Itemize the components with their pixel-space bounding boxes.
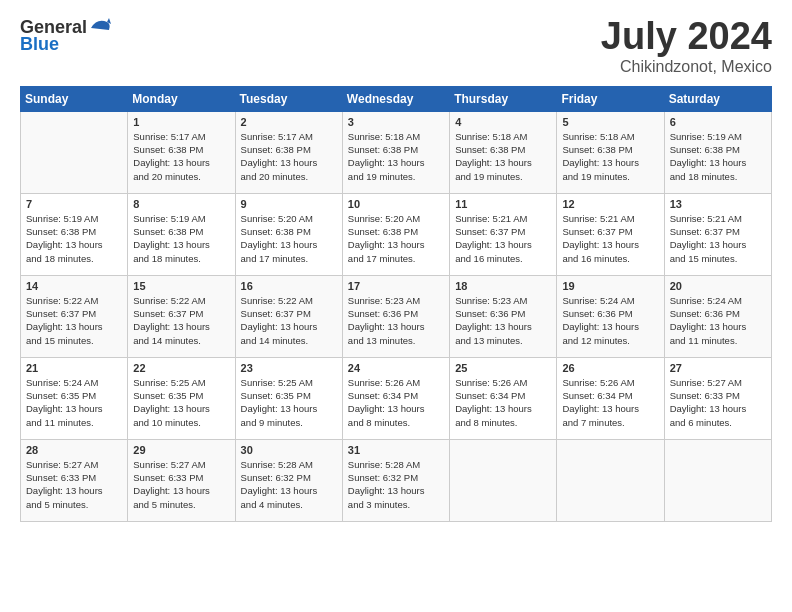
day-info: Sunrise: 5:25 AMSunset: 6:35 PMDaylight:…	[133, 376, 229, 429]
title-block: July 2024 Chikindzonot, Mexico	[601, 16, 772, 76]
day-number: 7	[26, 198, 122, 210]
table-row: 26Sunrise: 5:26 AMSunset: 6:34 PMDayligh…	[557, 357, 664, 439]
day-number: 16	[241, 280, 337, 292]
week-row-1: 1Sunrise: 5:17 AMSunset: 6:38 PMDaylight…	[21, 111, 772, 193]
table-row	[557, 439, 664, 521]
day-info: Sunrise: 5:19 AMSunset: 6:38 PMDaylight:…	[133, 212, 229, 265]
day-number: 12	[562, 198, 658, 210]
day-info: Sunrise: 5:20 AMSunset: 6:38 PMDaylight:…	[348, 212, 444, 265]
day-number: 13	[670, 198, 766, 210]
day-info: Sunrise: 5:26 AMSunset: 6:34 PMDaylight:…	[455, 376, 551, 429]
day-number: 9	[241, 198, 337, 210]
weekday-header-tuesday: Tuesday	[235, 86, 342, 111]
table-row: 9Sunrise: 5:20 AMSunset: 6:38 PMDaylight…	[235, 193, 342, 275]
day-number: 20	[670, 280, 766, 292]
day-info: Sunrise: 5:28 AMSunset: 6:32 PMDaylight:…	[348, 458, 444, 511]
page: General Blue July 2024 Chikindzonot, Mex…	[0, 0, 792, 612]
day-number: 10	[348, 198, 444, 210]
table-row: 23Sunrise: 5:25 AMSunset: 6:35 PMDayligh…	[235, 357, 342, 439]
table-row: 11Sunrise: 5:21 AMSunset: 6:37 PMDayligh…	[450, 193, 557, 275]
weekday-header-monday: Monday	[128, 86, 235, 111]
table-row: 5Sunrise: 5:18 AMSunset: 6:38 PMDaylight…	[557, 111, 664, 193]
day-info: Sunrise: 5:21 AMSunset: 6:37 PMDaylight:…	[562, 212, 658, 265]
day-number: 19	[562, 280, 658, 292]
day-info: Sunrise: 5:27 AMSunset: 6:33 PMDaylight:…	[26, 458, 122, 511]
table-row: 30Sunrise: 5:28 AMSunset: 6:32 PMDayligh…	[235, 439, 342, 521]
day-number: 31	[348, 444, 444, 456]
table-row: 7Sunrise: 5:19 AMSunset: 6:38 PMDaylight…	[21, 193, 128, 275]
day-number: 11	[455, 198, 551, 210]
day-info: Sunrise: 5:17 AMSunset: 6:38 PMDaylight:…	[133, 130, 229, 183]
table-row: 17Sunrise: 5:23 AMSunset: 6:36 PMDayligh…	[342, 275, 449, 357]
day-number: 29	[133, 444, 229, 456]
day-info: Sunrise: 5:22 AMSunset: 6:37 PMDaylight:…	[241, 294, 337, 347]
table-row	[21, 111, 128, 193]
week-row-2: 7Sunrise: 5:19 AMSunset: 6:38 PMDaylight…	[21, 193, 772, 275]
weekday-header-thursday: Thursday	[450, 86, 557, 111]
table-row: 22Sunrise: 5:25 AMSunset: 6:35 PMDayligh…	[128, 357, 235, 439]
month-title: July 2024	[601, 16, 772, 58]
day-number: 1	[133, 116, 229, 128]
day-number: 4	[455, 116, 551, 128]
day-number: 5	[562, 116, 658, 128]
logo: General Blue	[20, 16, 111, 55]
day-info: Sunrise: 5:26 AMSunset: 6:34 PMDaylight:…	[348, 376, 444, 429]
day-info: Sunrise: 5:18 AMSunset: 6:38 PMDaylight:…	[562, 130, 658, 183]
weekday-header-friday: Friday	[557, 86, 664, 111]
day-info: Sunrise: 5:24 AMSunset: 6:36 PMDaylight:…	[670, 294, 766, 347]
weekday-header-saturday: Saturday	[664, 86, 771, 111]
weekday-header-row: SundayMondayTuesdayWednesdayThursdayFrid…	[21, 86, 772, 111]
day-info: Sunrise: 5:21 AMSunset: 6:37 PMDaylight:…	[670, 212, 766, 265]
day-number: 6	[670, 116, 766, 128]
day-number: 15	[133, 280, 229, 292]
table-row	[664, 439, 771, 521]
day-info: Sunrise: 5:22 AMSunset: 6:37 PMDaylight:…	[26, 294, 122, 347]
day-number: 2	[241, 116, 337, 128]
location-title: Chikindzonot, Mexico	[601, 58, 772, 76]
header: General Blue July 2024 Chikindzonot, Mex…	[20, 16, 772, 76]
logo-blue: Blue	[20, 34, 59, 55]
table-row: 3Sunrise: 5:18 AMSunset: 6:38 PMDaylight…	[342, 111, 449, 193]
day-info: Sunrise: 5:28 AMSunset: 6:32 PMDaylight:…	[241, 458, 337, 511]
day-info: Sunrise: 5:19 AMSunset: 6:38 PMDaylight:…	[26, 212, 122, 265]
calendar-table: SundayMondayTuesdayWednesdayThursdayFrid…	[20, 86, 772, 522]
table-row: 4Sunrise: 5:18 AMSunset: 6:38 PMDaylight…	[450, 111, 557, 193]
day-info: Sunrise: 5:24 AMSunset: 6:35 PMDaylight:…	[26, 376, 122, 429]
table-row: 24Sunrise: 5:26 AMSunset: 6:34 PMDayligh…	[342, 357, 449, 439]
table-row: 12Sunrise: 5:21 AMSunset: 6:37 PMDayligh…	[557, 193, 664, 275]
table-row: 27Sunrise: 5:27 AMSunset: 6:33 PMDayligh…	[664, 357, 771, 439]
week-row-3: 14Sunrise: 5:22 AMSunset: 6:37 PMDayligh…	[21, 275, 772, 357]
table-row: 21Sunrise: 5:24 AMSunset: 6:35 PMDayligh…	[21, 357, 128, 439]
week-row-4: 21Sunrise: 5:24 AMSunset: 6:35 PMDayligh…	[21, 357, 772, 439]
day-info: Sunrise: 5:23 AMSunset: 6:36 PMDaylight:…	[455, 294, 551, 347]
table-row: 14Sunrise: 5:22 AMSunset: 6:37 PMDayligh…	[21, 275, 128, 357]
day-info: Sunrise: 5:22 AMSunset: 6:37 PMDaylight:…	[133, 294, 229, 347]
day-number: 21	[26, 362, 122, 374]
table-row: 29Sunrise: 5:27 AMSunset: 6:33 PMDayligh…	[128, 439, 235, 521]
weekday-header-sunday: Sunday	[21, 86, 128, 111]
day-number: 22	[133, 362, 229, 374]
table-row: 15Sunrise: 5:22 AMSunset: 6:37 PMDayligh…	[128, 275, 235, 357]
day-info: Sunrise: 5:25 AMSunset: 6:35 PMDaylight:…	[241, 376, 337, 429]
table-row: 2Sunrise: 5:17 AMSunset: 6:38 PMDaylight…	[235, 111, 342, 193]
day-number: 26	[562, 362, 658, 374]
day-info: Sunrise: 5:19 AMSunset: 6:38 PMDaylight:…	[670, 130, 766, 183]
table-row: 19Sunrise: 5:24 AMSunset: 6:36 PMDayligh…	[557, 275, 664, 357]
day-number: 17	[348, 280, 444, 292]
day-info: Sunrise: 5:24 AMSunset: 6:36 PMDaylight:…	[562, 294, 658, 347]
day-number: 18	[455, 280, 551, 292]
day-number: 30	[241, 444, 337, 456]
day-number: 28	[26, 444, 122, 456]
day-info: Sunrise: 5:18 AMSunset: 6:38 PMDaylight:…	[455, 130, 551, 183]
table-row: 28Sunrise: 5:27 AMSunset: 6:33 PMDayligh…	[21, 439, 128, 521]
logo-icon	[89, 16, 111, 38]
day-info: Sunrise: 5:20 AMSunset: 6:38 PMDaylight:…	[241, 212, 337, 265]
day-number: 14	[26, 280, 122, 292]
day-number: 8	[133, 198, 229, 210]
table-row: 16Sunrise: 5:22 AMSunset: 6:37 PMDayligh…	[235, 275, 342, 357]
table-row: 1Sunrise: 5:17 AMSunset: 6:38 PMDaylight…	[128, 111, 235, 193]
table-row: 25Sunrise: 5:26 AMSunset: 6:34 PMDayligh…	[450, 357, 557, 439]
weekday-header-wednesday: Wednesday	[342, 86, 449, 111]
day-number: 24	[348, 362, 444, 374]
day-info: Sunrise: 5:23 AMSunset: 6:36 PMDaylight:…	[348, 294, 444, 347]
